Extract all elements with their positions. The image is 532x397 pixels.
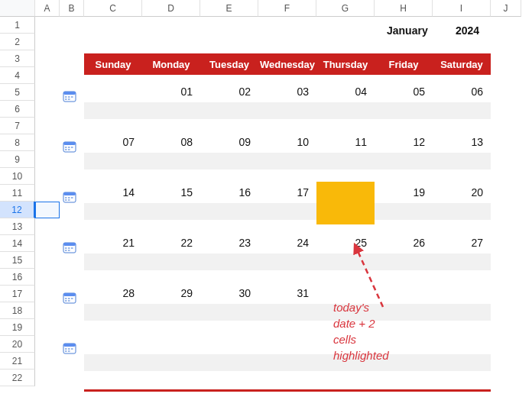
row-header-22[interactable]: 22 — [0, 370, 35, 386]
dayheader-friday: Friday — [375, 53, 433, 75]
svg-rect-3 — [68, 96, 70, 98]
calendar-shade-row — [84, 153, 491, 169]
day-20[interactable]: 20 — [433, 186, 483, 198]
svg-rect-13 — [68, 149, 70, 150]
day-03[interactable]: 03 — [258, 86, 309, 98]
day-13[interactable]: 13 — [433, 136, 483, 148]
day-27[interactable]: 27 — [433, 237, 483, 249]
row-header-4[interactable]: 4 — [0, 67, 35, 84]
day-31[interactable]: 31 — [258, 287, 309, 299]
col-header-I[interactable]: I — [433, 0, 491, 17]
svg-rect-1 — [63, 92, 76, 95]
svg-rect-38 — [68, 348, 70, 350]
row-header-16[interactable]: 16 — [0, 269, 35, 286]
row-header-1[interactable]: 1 — [0, 17, 35, 34]
row-header-13[interactable]: 13 — [0, 218, 35, 235]
day-28[interactable]: 28 — [84, 287, 135, 299]
calendar-shade-row — [84, 253, 491, 270]
day-05[interactable]: 05 — [375, 86, 425, 98]
col-header-H[interactable]: H — [375, 0, 433, 17]
annotation-line2: cells highlighted — [333, 331, 389, 363]
row-header-7[interactable]: 7 — [0, 118, 35, 134]
day-04[interactable]: 04 — [316, 86, 367, 98]
col-header-G[interactable]: G — [316, 0, 375, 17]
row-header-11[interactable]: 11 — [0, 185, 35, 202]
col-header-B[interactable]: B — [60, 0, 84, 17]
svg-rect-17 — [68, 197, 70, 198]
day-09[interactable]: 09 — [200, 136, 251, 148]
dayheader-saturday: Saturday — [433, 53, 491, 75]
svg-rect-15 — [63, 192, 76, 195]
svg-rect-11 — [71, 147, 73, 148]
day-21[interactable]: 21 — [84, 237, 135, 249]
year-label: 2024 — [456, 24, 479, 37]
svg-rect-32 — [71, 298, 73, 299]
calendar-icon — [63, 90, 76, 102]
row-header-15[interactable]: 15 — [0, 252, 35, 269]
day-19[interactable]: 19 — [375, 186, 425, 198]
day-16[interactable]: 16 — [200, 186, 251, 198]
row-header-8[interactable]: 8 — [0, 134, 35, 151]
row-header-3[interactable]: 3 — [0, 50, 35, 67]
row-header-17[interactable]: 17 — [0, 286, 35, 302]
calendar-icon — [63, 292, 76, 304]
day-30[interactable]: 30 — [200, 287, 251, 299]
day-10[interactable]: 10 — [258, 136, 309, 148]
row-header-12[interactable]: 12 — [0, 202, 35, 218]
svg-rect-5 — [65, 98, 67, 100]
day-11[interactable]: 11 — [316, 136, 367, 148]
day-02[interactable]: 02 — [200, 86, 251, 98]
calendar-icon — [63, 140, 76, 153]
day-14[interactable]: 14 — [84, 186, 135, 198]
svg-rect-30 — [65, 298, 67, 299]
day-15[interactable]: 15 — [142, 186, 193, 198]
row-header-6[interactable]: 6 — [0, 101, 35, 118]
col-header-D[interactable]: D — [142, 0, 200, 17]
svg-rect-26 — [65, 250, 67, 251]
row-header-9[interactable]: 9 — [0, 151, 35, 168]
day-07[interactable]: 07 — [84, 136, 135, 148]
day-06[interactable]: 06 — [433, 86, 483, 98]
day-08[interactable]: 08 — [142, 136, 193, 148]
row-header-2[interactable]: 2 — [0, 34, 35, 50]
svg-rect-25 — [71, 247, 73, 249]
svg-rect-10 — [68, 147, 70, 148]
selected-cell[interactable] — [35, 202, 60, 218]
row-header-10[interactable]: 10 — [0, 168, 35, 185]
svg-rect-9 — [65, 147, 67, 148]
day-12[interactable]: 12 — [375, 136, 425, 148]
calendar-bottom-border — [84, 389, 491, 392]
row-header-21[interactable]: 21 — [0, 353, 35, 370]
row-header-19[interactable]: 19 — [0, 319, 35, 336]
day-23[interactable]: 23 — [200, 237, 251, 249]
day-17[interactable]: 17 — [258, 186, 309, 198]
row-header-14[interactable]: 14 — [0, 235, 35, 252]
svg-rect-36 — [63, 344, 76, 347]
day-29[interactable]: 29 — [142, 287, 193, 299]
row-header-5[interactable]: 5 — [0, 84, 35, 101]
calendar-dayheader-row: SundayMondayTuesdayWednesdayThursdayFrid… — [84, 53, 491, 75]
calendar-icon — [63, 191, 76, 203]
col-header-C[interactable]: C — [84, 0, 142, 17]
day-26[interactable]: 26 — [375, 237, 425, 249]
svg-rect-41 — [68, 350, 70, 352]
svg-rect-24 — [68, 247, 70, 249]
col-header-J[interactable]: J — [491, 0, 521, 17]
row-header-18[interactable]: 18 — [0, 302, 35, 319]
calendar-icon — [63, 241, 76, 253]
day-01[interactable]: 01 — [142, 86, 193, 98]
day-22[interactable]: 22 — [142, 237, 193, 249]
svg-rect-39 — [71, 348, 73, 350]
day-25[interactable]: 25 — [316, 237, 367, 249]
corner-cell[interactable] — [0, 0, 35, 17]
row-header-20[interactable]: 20 — [0, 336, 35, 353]
month-label: January — [387, 24, 428, 37]
col-header-A[interactable]: A — [35, 0, 60, 17]
dayheader-monday: Monday — [142, 53, 200, 75]
col-header-F[interactable]: F — [258, 0, 316, 17]
day-24[interactable]: 24 — [258, 237, 309, 249]
svg-rect-6 — [68, 98, 70, 100]
col-header-E[interactable]: E — [200, 0, 258, 17]
row-headers: 12345678910111213141516171819202122 — [0, 17, 35, 386]
dayheader-wednesday: Wednesday — [258, 53, 316, 75]
